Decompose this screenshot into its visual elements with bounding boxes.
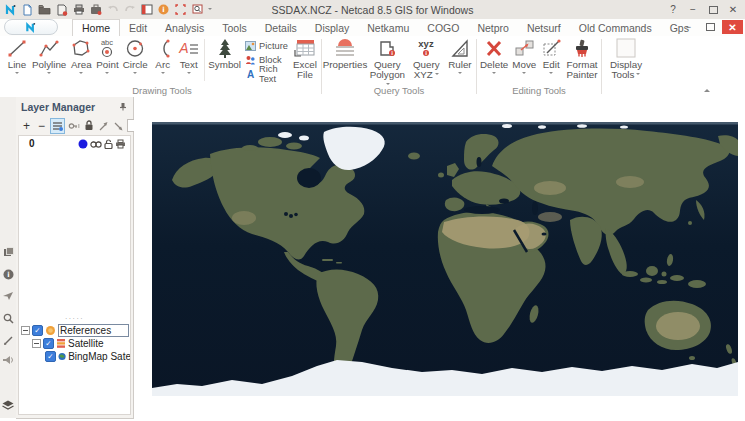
tab-home[interactable]: Home xyxy=(72,19,120,37)
point-button[interactable]: abc Point xyxy=(94,38,120,76)
layer-color-swatch[interactable] xyxy=(78,139,88,149)
collapse-icon[interactable] xyxy=(32,339,41,348)
properties-button[interactable]: Properties xyxy=(323,38,367,70)
flag-up-button[interactable] xyxy=(97,119,110,133)
picture-button[interactable]: Picture xyxy=(245,39,288,52)
panel-splitter[interactable]: ····· xyxy=(19,316,130,321)
panels-icon[interactable] xyxy=(1,245,15,259)
doc-minimize-button[interactable]: − xyxy=(678,20,699,34)
netcad-logo-icon[interactable] xyxy=(4,3,17,16)
collapse-ribbon-button[interactable] xyxy=(704,86,710,92)
arc-button[interactable]: Arc xyxy=(150,38,176,76)
polyline-button[interactable]: Polyline xyxy=(30,38,68,76)
layer-row-0[interactable]: 0 xyxy=(21,137,128,150)
query-xyz-button[interactable]: xyzi Query XYZ xyxy=(408,38,445,80)
export-file-icon[interactable] xyxy=(89,3,102,16)
symbol-button[interactable]: Symbol xyxy=(206,38,243,70)
display-tools-dropdown[interactable] xyxy=(636,73,640,77)
point-dropdown[interactable] xyxy=(105,72,109,76)
restore-button[interactable] xyxy=(703,1,723,18)
open-file-icon[interactable] xyxy=(38,3,51,16)
circle-button[interactable]: Circle xyxy=(121,38,150,76)
sketch-icon[interactable] xyxy=(1,333,15,347)
tab-edit[interactable]: Edit xyxy=(120,20,156,36)
tab-display[interactable]: Display xyxy=(306,20,358,36)
move-dropdown[interactable] xyxy=(522,72,526,76)
ruler-dropdown[interactable] xyxy=(458,72,462,76)
redo-icon[interactable] xyxy=(123,3,136,16)
edit-dropdown[interactable] xyxy=(549,72,553,76)
tree-item-satellite[interactable]: ✓ Satellite xyxy=(21,337,130,350)
text-dropdown[interactable] xyxy=(187,72,191,76)
info-icon[interactable]: i xyxy=(157,3,170,16)
doc-close-button[interactable]: ✕ xyxy=(722,20,743,34)
application-button[interactable] xyxy=(4,19,58,35)
tree-label[interactable]: References xyxy=(58,324,129,337)
satellite-checkbox[interactable]: ✓ xyxy=(43,338,54,349)
delete-dropdown[interactable] xyxy=(492,72,496,76)
pin-icon[interactable] xyxy=(119,102,127,111)
select-region-icon[interactable] xyxy=(174,3,187,16)
add-layer-button[interactable]: + xyxy=(20,119,33,133)
minimize-button[interactable]: − xyxy=(683,1,703,18)
tab-netsurf[interactable]: Netsurf xyxy=(518,20,570,36)
arc-dropdown[interactable] xyxy=(161,72,165,76)
layer-print-icon[interactable] xyxy=(115,139,126,149)
query-xyz-dropdown[interactable] xyxy=(435,73,439,77)
save-file-icon[interactable] xyxy=(55,3,68,16)
announce-icon[interactable] xyxy=(1,353,15,367)
close-button[interactable]: ✕ xyxy=(723,1,743,18)
excel-file-button[interactable]: Excel File xyxy=(290,38,320,80)
edit-button[interactable]: Edit xyxy=(538,38,564,76)
map-viewport[interactable] xyxy=(152,122,738,396)
line-dropdown[interactable] xyxy=(15,72,19,76)
doc-restore-button[interactable] xyxy=(700,20,721,34)
layer-lock-icon[interactable] xyxy=(104,139,113,149)
line-button[interactable]: Line xyxy=(4,38,30,76)
qat-dropdown-icon[interactable] xyxy=(208,8,212,12)
polyline-dropdown[interactable] xyxy=(47,72,51,76)
send-icon[interactable] xyxy=(1,289,15,303)
tree-item-bingmap[interactable]: ✓ BingMap Satellite I xyxy=(21,350,130,363)
remove-layer-button[interactable]: − xyxy=(35,119,48,133)
window-layout-icon[interactable] xyxy=(140,3,153,16)
collapse-icon[interactable] xyxy=(21,326,30,335)
layer-list-button[interactable] xyxy=(50,118,65,134)
area-button[interactable]: Area xyxy=(68,38,94,76)
text-button[interactable]: A Text xyxy=(176,38,202,76)
point-icon: abc xyxy=(96,38,118,59)
bingmap-checkbox[interactable]: ✓ xyxy=(45,351,56,362)
tree-label[interactable]: Satellite xyxy=(68,338,104,349)
help-button[interactable]: ? xyxy=(663,1,683,18)
display-tools-button[interactable]: Display Tools xyxy=(603,38,649,80)
tab-netkamu[interactable]: Netkamu xyxy=(358,20,418,36)
move-button[interactable]: Move xyxy=(510,38,538,76)
tree-item-references[interactable]: ✓ References xyxy=(21,324,130,337)
delete-button[interactable]: Delete xyxy=(478,38,510,76)
tab-netpro[interactable]: Netpro xyxy=(468,20,518,36)
undo-icon[interactable] xyxy=(106,3,119,16)
key-button[interactable] xyxy=(67,119,80,133)
tab-tools[interactable]: Tools xyxy=(213,20,256,36)
new-file-icon[interactable] xyxy=(21,3,34,16)
print-icon[interactable] xyxy=(72,3,85,16)
layer-visibility-icon[interactable] xyxy=(90,140,102,148)
tab-old-commands[interactable]: Old Commands xyxy=(570,20,661,36)
zoom-menu-icon[interactable] xyxy=(191,3,204,16)
format-painter-button[interactable]: Format Painter xyxy=(564,38,600,80)
lock-button[interactable] xyxy=(82,119,95,133)
references-checkbox[interactable]: ✓ xyxy=(32,325,43,336)
area-dropdown[interactable] xyxy=(79,72,83,76)
tab-details[interactable]: Details xyxy=(256,20,306,36)
circle-dropdown[interactable] xyxy=(133,72,137,76)
rich-text-button[interactable]: A Rich Text xyxy=(245,67,288,80)
tab-cogo[interactable]: COGO xyxy=(418,20,468,36)
info-circle-icon[interactable]: i xyxy=(1,267,15,281)
ruler-button[interactable]: Ruler xyxy=(445,38,475,76)
layers-stack-icon xyxy=(1,398,15,412)
tree-label[interactable]: BingMap Satellite I xyxy=(68,351,130,362)
query-polygon-button[interactable]: i Query Polygon xyxy=(367,38,408,90)
search-icon[interactable] xyxy=(1,311,15,325)
flag-down-button[interactable] xyxy=(112,119,125,133)
tab-analysis[interactable]: Analysis xyxy=(156,20,213,36)
